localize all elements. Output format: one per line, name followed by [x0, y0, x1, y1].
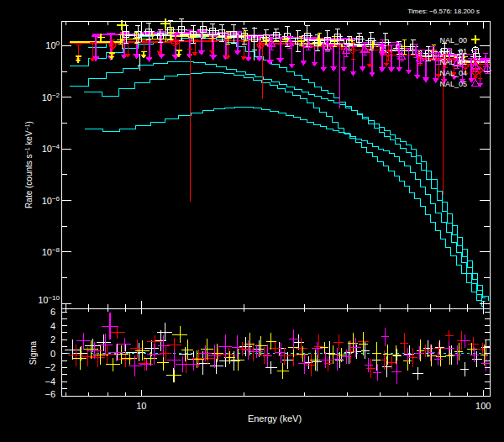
svg-text:Sigma: Sigma [29, 340, 38, 365]
svg-text:NAL_00: NAL_00 [439, 36, 467, 45]
svg-text:4: 4 [50, 321, 55, 331]
svg-text:−6: −6 [45, 389, 55, 399]
svg-text:2: 2 [50, 334, 55, 345]
svg-text:NAL_01: NAL_01 [439, 47, 467, 55]
svg-text:Times: −6.576: 18.200 s: Times: −6.576: 18.200 s [407, 8, 480, 15]
svg-text:10: 10 [136, 401, 146, 411]
svg-text:Energy (keV): Energy (keV) [248, 413, 302, 424]
svg-text:−4: −4 [45, 376, 55, 387]
svg-text:NAL_04: NAL_04 [439, 69, 467, 77]
svg-text:0: 0 [50, 349, 55, 359]
svg-text:−2: −2 [45, 362, 55, 372]
svg-text:100: 100 [475, 401, 491, 411]
svg-text:NAL_05: NAL_05 [439, 80, 467, 88]
svg-text:NAL_02: NAL_02 [439, 58, 467, 66]
svg-text:6: 6 [50, 307, 55, 317]
svg-text:Rate (counts s−1 keV−1): Rate (counts s−1 keV−1) [24, 121, 34, 208]
